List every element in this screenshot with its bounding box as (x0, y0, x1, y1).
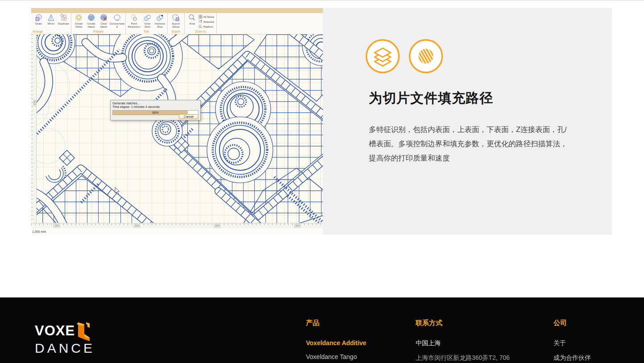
toolbar-group-export: Export Slices Export (168, 13, 185, 34)
scale-button[interactable]: Scale (33, 14, 45, 25)
voxeldance-logo[interactable]: VOXE DANCE (35, 324, 95, 355)
unite-slice-icon (143, 14, 152, 22)
toolbar-group-prepare: Create Offset Create Hatch Clear Hatch C… (71, 13, 126, 34)
toolbar-group-arrange: Scale Mirror Duplicate Arrange (31, 13, 71, 34)
compensate-z-button[interactable]: Compensate Z (110, 14, 124, 28)
footer-column-contact: 联系方式 中国上海 上海市闵行区新龙路360弄T2, 706 (416, 319, 510, 363)
footer-link-voxeldance-additive[interactable]: Voxeldance Additive (306, 339, 366, 346)
toolbar-group-label: Arrange (33, 30, 70, 33)
export-slices-button[interactable]: Export Slices (169, 14, 183, 28)
all-slices-icon (198, 15, 202, 19)
app-toolbar: Scale Mirror Duplicate Arrange Create Of… (31, 13, 323, 34)
toolbar-group-label: Export (169, 30, 183, 33)
duplicate-button[interactable]: Duplicate (58, 14, 70, 25)
blueprint-canvas[interactable]: 100 150 200 250 300 Generate hatches... … (31, 34, 323, 228)
toolbar-button-label: Create Hatch (85, 22, 97, 28)
horizontal-ruler (31, 223, 323, 228)
grid-scale-label: 1.000 mm (31, 230, 46, 233)
vertical-ruler-label: 100 (33, 100, 37, 106)
horizontal-ruler-label: 300 (294, 224, 301, 228)
toolbar-button-label: Scale (35, 22, 42, 25)
mirror-icon (47, 14, 55, 22)
toolbar-button-label: Compensate Z (109, 22, 124, 28)
magnifier-icon (188, 14, 196, 22)
create-hatch-icon (87, 14, 95, 22)
duplicate-icon (59, 14, 68, 22)
footer-column-title: 产品 (306, 319, 366, 327)
cancel-button[interactable]: Cancel (179, 114, 198, 119)
footer-column-title: 联系方式 (416, 319, 510, 327)
toolbar-group-label: Zoom to (186, 30, 215, 33)
layers-icon (365, 38, 400, 74)
dialog-elapsed-text: Time elapse: 1 minutes 4 seconds (112, 105, 198, 109)
dialog-title: Generate hatches... (112, 102, 198, 105)
toolbar-button-label: Point Reduction (127, 22, 141, 28)
point-reduction-button[interactable]: Point Reduction (127, 14, 141, 28)
platform-icon (198, 25, 202, 29)
export-slices-icon (172, 14, 180, 22)
feature-heading: 为切片文件填充路径 (369, 89, 493, 107)
horizontal-ruler-label: 200 (134, 224, 140, 228)
toolbar-button-label: Create Offset (73, 22, 85, 28)
hatch-fill-icon (408, 38, 444, 74)
footer-contact-address: 上海市闵行区新龙路360弄T2, 706 (416, 354, 510, 362)
footer-column-company: 公司 关于 成为合作伙伴 (553, 319, 591, 363)
footer-column-products: 产品 Voxeldance Additive Voxeldance Tango (306, 319, 366, 363)
toolbar-button-label: Export Slices (169, 22, 183, 28)
toolbar-group-label: Edit (127, 30, 166, 33)
footer-link-about[interactable]: 关于 (553, 339, 591, 347)
scale-icon (34, 14, 43, 22)
unite-slice-button[interactable]: Unite Slice (141, 14, 153, 28)
zoom-all-slices-item[interactable]: All Slices (198, 14, 214, 19)
toolbar-button-label: Duplicate (58, 22, 69, 25)
selected-icon (198, 20, 202, 24)
feature-icons (365, 38, 444, 74)
point-reduction-icon (130, 14, 138, 22)
clear-hatch-icon (99, 14, 108, 22)
intersect-slice-button[interactable]: Intersect Slice (154, 14, 166, 28)
mirror-button[interactable]: Mirror (45, 14, 57, 25)
logo-text-dance: DANCE (35, 341, 95, 355)
footer-link-partner[interactable]: 成为合作伙伴 (553, 354, 591, 362)
logo-text-voxel: VOXE (35, 324, 75, 338)
compensate-z-icon (113, 14, 121, 22)
toolbar-group-label: Prepare (73, 30, 124, 33)
zoom-platform-item[interactable]: Platform (198, 24, 214, 29)
toolbar-group-zoom-to: Area All Slices Selected Platform (185, 13, 217, 34)
feature-description: 多特征识别，包括内表面，上表面，下表面，Z连接表面，孔/槽表面。多项控制边界和填… (369, 122, 570, 165)
zoom-selected-item[interactable]: Selected (198, 19, 214, 24)
footer-column-title: 公司 (553, 319, 591, 327)
toolbar-button-label: Mirror (48, 22, 55, 25)
horizontal-ruler-label: 150 (54, 224, 60, 228)
clear-hatch-button[interactable]: Clear Hatch (98, 14, 110, 28)
slicer-app-screenshot: Scale Mirror Duplicate Arrange Create Of… (31, 8, 323, 235)
logo-l-mark-icon (76, 322, 90, 341)
zoom-area-button[interactable]: Area (186, 14, 198, 25)
horizontal-ruler-label: 250 (214, 224, 220, 228)
app-titlebar (31, 8, 323, 13)
feature-panel: 为切片文件填充路径 多特征识别，包括内表面，上表面，下表面，Z连接表面，孔/槽表… (323, 8, 612, 235)
toolbar-button-label: Area (189, 22, 195, 25)
intersect-slice-icon (156, 14, 164, 22)
create-offset-icon (74, 14, 83, 22)
app-statusbar: 1.000 mm (31, 228, 323, 235)
footer-contact-city: 中国上海 (416, 339, 510, 347)
toolbar-button-label: Clear Hatch (98, 22, 110, 28)
vertical-ruler (31, 34, 37, 228)
blueprint-drawing (31, 34, 323, 228)
toolbar-button-label: Unite Slice (141, 22, 153, 28)
progress-dialog: Generate hatches... Time elapse: 1 minut… (110, 100, 201, 120)
create-offset-button[interactable]: Create Offset (73, 14, 85, 28)
zoom-menu-label: Platform (203, 25, 213, 28)
page-footer: VOXE DANCE 产品 Voxeldance Additive Voxeld… (0, 297, 644, 363)
zoom-menu-label: All Slices (203, 16, 214, 18)
create-hatch-button[interactable]: Create Hatch (85, 14, 97, 28)
footer-link-voxeldance-tango[interactable]: Voxeldance Tango (306, 353, 366, 360)
toolbar-button-label: Intersect Slice (154, 22, 166, 28)
zoom-menu-label: Selected (203, 21, 214, 23)
toolbar-group-edit: Point Reduction Unite Slice Intersect Sl… (126, 13, 168, 34)
